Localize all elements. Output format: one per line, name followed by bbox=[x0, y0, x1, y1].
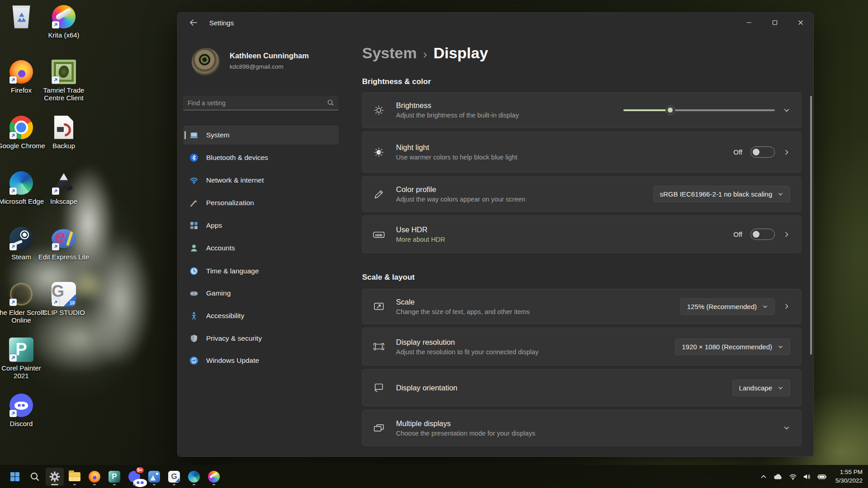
desktop-icon-tamriel-trade-centre[interactable]: Tamriel Trade Centre Client bbox=[36, 59, 92, 102]
back-button[interactable] bbox=[184, 15, 203, 30]
desktop-icon-label: Discord bbox=[10, 420, 33, 427]
taskbar-krita-button[interactable] bbox=[205, 468, 223, 486]
orientation-dropdown[interactable]: Landscape bbox=[732, 380, 790, 396]
use-hdr-toggle[interactable] bbox=[750, 229, 775, 240]
sidebar-item-system[interactable]: System bbox=[183, 126, 339, 145]
paintbrush-icon bbox=[189, 198, 198, 207]
corel-painter-icon: P bbox=[108, 471, 120, 483]
desktop-icon-clip-studio[interactable]: 10 CLIP STUDIO bbox=[36, 281, 92, 316]
battery-icon[interactable] bbox=[817, 473, 827, 480]
brightness-slider[interactable] bbox=[623, 105, 775, 116]
color-profile-icon bbox=[373, 188, 385, 200]
close-button[interactable] bbox=[788, 13, 813, 33]
onedrive-cloud-icon[interactable] bbox=[773, 473, 783, 480]
taskbar-clip-studio-button[interactable]: G bbox=[165, 468, 183, 486]
taskbar-photos-button[interactable] bbox=[145, 468, 163, 486]
shortcut-arrow-icon bbox=[52, 299, 59, 306]
dropdown-value: 868 × 488 (Recommended) bbox=[682, 343, 772, 351]
taskbar-discord-button[interactable]: 9+ bbox=[125, 468, 143, 486]
open-app-indicator bbox=[133, 484, 136, 485]
night-light-toggle[interactable] bbox=[750, 146, 775, 158]
shortcut-arrow-icon bbox=[9, 299, 17, 306]
sidebar-item-gaming[interactable]: Gaming bbox=[183, 284, 339, 303]
chevron-down-icon[interactable] bbox=[783, 107, 790, 114]
chevron-down-icon[interactable] bbox=[783, 424, 790, 432]
scrollbar[interactable] bbox=[810, 96, 812, 355]
more-about-hdr-link[interactable]: More about HDR bbox=[396, 236, 445, 243]
open-app-indicator bbox=[93, 484, 96, 485]
orientation-icon bbox=[373, 382, 385, 394]
sidebar-item-label: Bluetooth & devices bbox=[206, 154, 268, 162]
chevron-right-icon[interactable] bbox=[783, 231, 790, 238]
chevron-right-icon[interactable] bbox=[783, 303, 790, 310]
night-light-icon bbox=[373, 146, 385, 158]
sidebar-item-time-language[interactable]: Time & language bbox=[183, 262, 339, 281]
taskbar-edge-button[interactable] bbox=[185, 468, 203, 486]
open-app-indicator bbox=[173, 484, 175, 485]
sidebar-item-privacy-security[interactable]: Privacy & security bbox=[183, 329, 339, 348]
open-app-indicator bbox=[212, 484, 215, 485]
sidebar-item-windows-update[interactable]: Windows Update bbox=[183, 351, 339, 370]
shortcut-arrow-icon bbox=[52, 21, 59, 28]
shortcut-arrow-icon bbox=[52, 76, 59, 84]
desktop-icon-inkscape[interactable]: Inkscape bbox=[36, 170, 92, 205]
search-field[interactable] bbox=[183, 96, 339, 110]
wifi-icon[interactable] bbox=[789, 473, 797, 480]
slider-thumb[interactable] bbox=[665, 105, 675, 115]
taskbar-file-explorer-button[interactable] bbox=[66, 468, 84, 486]
chevron-up-icon[interactable] bbox=[760, 473, 767, 480]
breadcrumb-system[interactable]: System bbox=[362, 44, 417, 62]
chevron-right-icon[interactable] bbox=[783, 149, 790, 156]
microsoft-edge-icon bbox=[9, 170, 34, 196]
avatar[interactable] bbox=[192, 48, 220, 76]
dropdown-value: sRGB IEC61966-2-1 no black scaling bbox=[660, 190, 772, 198]
scale-row[interactable]: Scale Change the size of text, apps, and… bbox=[362, 289, 802, 324]
sidebar-item-bluetooth-devices[interactable]: Bluetooth & devices bbox=[183, 148, 339, 167]
shortcut-arrow-icon bbox=[9, 188, 17, 195]
taskbar-settings-button[interactable] bbox=[46, 468, 64, 486]
row-title: Scale bbox=[396, 298, 680, 306]
color-profile-text: Color profile Adjust the way colors appe… bbox=[396, 185, 653, 203]
shortcut-arrow-icon bbox=[52, 243, 59, 250]
taskbar-search-button[interactable] bbox=[26, 468, 44, 486]
taskbar-clock[interactable]: 1:55 PM 5/30/2022 bbox=[835, 468, 863, 484]
sidebar-item-personalization[interactable]: Personalization bbox=[183, 193, 339, 212]
desktop-icon-corel-painter[interactable]: Corel Painter 2021 bbox=[0, 337, 49, 380]
page-title: Display bbox=[434, 44, 488, 62]
use-hdr-row[interactable]: HDR Use HDR More about HDR Off bbox=[362, 216, 802, 253]
multiple-displays-row[interactable]: Multiple displays Choose the presentatio… bbox=[362, 410, 802, 446]
night-light-row[interactable]: Night light Use warmer colors to help bl… bbox=[362, 131, 802, 173]
color-profile-controls: sRGB IEC61966-2-1 no black scaling bbox=[653, 186, 790, 202]
taskbar-firefox-button[interactable] bbox=[85, 468, 104, 486]
caption-buttons bbox=[736, 13, 813, 33]
breadcrumb: System › Display bbox=[362, 44, 488, 62]
desktop-icon-discord[interactable]: Discord bbox=[0, 392, 49, 427]
multiple-displays-text: Multiple displays Choose the presentatio… bbox=[396, 419, 783, 437]
search-input[interactable] bbox=[183, 99, 327, 107]
desktop-icon-label: Inkscape bbox=[50, 197, 77, 205]
desktop-icon-backup[interactable]: Backup bbox=[36, 114, 92, 150]
start-button[interactable] bbox=[6, 468, 24, 486]
sidebar-item-label: Time & language bbox=[206, 267, 259, 275]
apps-icon bbox=[189, 221, 198, 230]
shortcut-arrow-icon bbox=[9, 76, 17, 84]
sidebar-item-accessibility[interactable]: Accessibility bbox=[183, 306, 339, 325]
shortcut-arrow-icon bbox=[9, 132, 17, 139]
resolution-dropdown[interactable]: 868 × 488 (Recommended) bbox=[675, 338, 790, 355]
desktop-icon-edit-express-lite[interactable]: Edit Express Lite bbox=[36, 225, 92, 261]
minimize-button[interactable] bbox=[736, 13, 762, 33]
sidebar-item-network-internet[interactable]: Network & internet bbox=[183, 171, 339, 190]
dropdown-value: 125% (Recommended) bbox=[687, 303, 757, 310]
taskbar-corel-painter-button[interactable]: P bbox=[105, 468, 123, 486]
krita-icon bbox=[51, 4, 77, 29]
scale-dropdown[interactable]: 125% (Recommended) bbox=[680, 298, 775, 315]
color-profile-dropdown[interactable]: sRGB IEC61966-2-1 no black scaling bbox=[653, 186, 790, 202]
desktop-icon-krita[interactable]: Krita (x64) bbox=[36, 4, 92, 39]
desktop-icon-label: Steam bbox=[11, 253, 31, 261]
sidebar-item-accounts[interactable]: Accounts bbox=[183, 239, 339, 258]
volume-icon[interactable] bbox=[803, 473, 811, 480]
maximize-button[interactable] bbox=[762, 13, 788, 33]
sidebar-item-apps[interactable]: Apps bbox=[183, 216, 339, 235]
user-name: Kathleen Cunningham bbox=[230, 52, 309, 60]
section-scale-layout: Scale & layout bbox=[362, 273, 415, 282]
